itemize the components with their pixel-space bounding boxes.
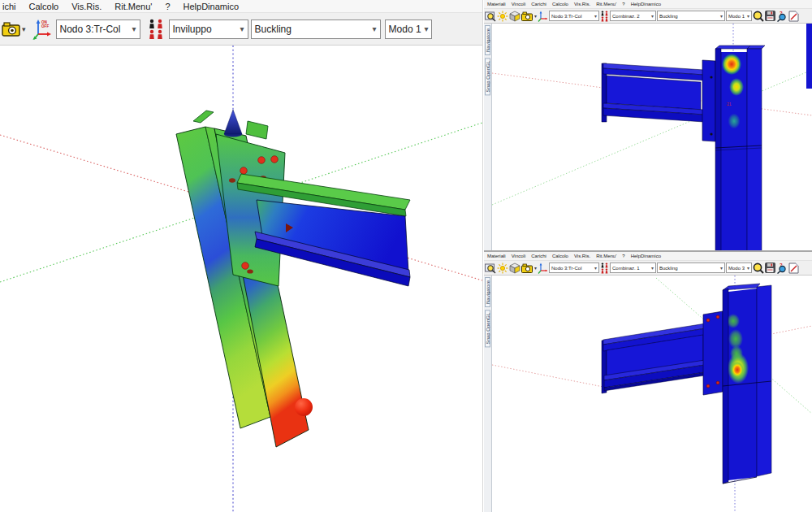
bottom-view-body: Navigatore Snap OpenGL — [484, 276, 812, 512]
mode-select[interactable]: Modo 1 ▾ — [726, 11, 752, 21]
menu-item-carichi[interactable]: Carichi — [531, 254, 546, 258]
chevron-down-icon[interactable]: ▾ — [534, 265, 537, 271]
render-cube-icon[interactable] — [509, 263, 520, 274]
menu-item-help[interactable]: ? — [622, 254, 624, 258]
load-persons-icon[interactable] — [600, 263, 609, 274]
menu-item-vincoli[interactable]: Vincoli — [512, 2, 526, 7]
chevron-down-icon: ▾ — [747, 265, 749, 271]
menu-item-visris[interactable]: Vis.Ris. — [71, 2, 102, 11]
chevron-down-icon: ▾ — [132, 24, 136, 33]
tab-snap-opengl[interactable]: Snap OpenGL — [485, 310, 490, 347]
report-icon[interactable] — [788, 263, 799, 274]
result-select[interactable]: Buckling ▾ — [657, 263, 725, 273]
bottom-view-window: Materiali Vincoli Carichi Calcolo Vis.Ri… — [484, 252, 812, 512]
chevron-down-icon: ▾ — [425, 24, 429, 33]
main-3d-viewport[interactable] — [0, 46, 482, 512]
chevron-down-icon[interactable]: ▾ — [22, 25, 26, 33]
node-select[interactable]: Nodo 3:Tr-Col ▾ — [549, 263, 599, 273]
svg-text:OFF: OFF — [41, 24, 49, 28]
menu-item-calcolo[interactable]: Calcolo — [552, 2, 568, 7]
node-sphere — [295, 398, 313, 416]
light-icon[interactable] — [497, 263, 508, 274]
end-plate — [702, 60, 715, 141]
menu-item-materiali[interactable]: Materiali — [487, 254, 506, 258]
combination-select[interactable]: Combinaz. 1 ▾ — [610, 263, 656, 273]
chevron-down-icon: ▾ — [240, 24, 244, 33]
top-view-body: Navigatore Snap OpenGL — [484, 24, 812, 250]
bottom-side-tabstrip: Navigatore Snap OpenGL — [484, 276, 492, 512]
menu-item-help[interactable]: ? — [165, 2, 170, 11]
column-mesh — [715, 46, 765, 250]
axes-toggle-icon[interactable]: ON OFF — [32, 19, 52, 40]
load-cone — [224, 110, 242, 137]
main-toolbar: ▾ ON OFF Nodo 3:Tr-Col ▾ — [0, 13, 482, 46]
menu-item-visris[interactable]: Vis.Ris. — [574, 2, 590, 7]
zoom-extents-icon[interactable] — [753, 263, 764, 274]
tab-snap-opengl[interactable]: Snap OpenGL — [485, 58, 490, 95]
chevron-down-icon: ▾ — [720, 13, 723, 19]
axes-toggle-icon[interactable] — [538, 263, 548, 274]
snapshot-camera-icon[interactable] — [521, 263, 533, 273]
combination-select[interactable]: Combinaz. 2 ▾ — [610, 11, 656, 21]
top-3d-viewport[interactable]: 21 — [492, 24, 812, 250]
column-mesh — [723, 284, 771, 484]
chevron-down-icon[interactable]: ▾ — [534, 13, 537, 19]
zoom-extents-icon[interactable] — [753, 11, 764, 22]
fem-connection-app: ichi Calcolo Vis.Ris. Rit.Menu' ? HelpDi… — [0, 0, 812, 512]
zoom-query-icon[interactable]: ? — [776, 11, 788, 22]
bottom-3d-viewport[interactable] — [492, 276, 812, 512]
side-member — [806, 24, 812, 89]
render-cube-icon[interactable] — [509, 11, 520, 22]
menu-item-calcolo[interactable]: Calcolo — [29, 2, 59, 11]
mode-select[interactable]: Modo 3 ▾ — [726, 263, 752, 273]
menu-item-materiali[interactable]: Materiali — [487, 2, 506, 7]
world-axes — [492, 24, 812, 250]
tab-navigatore[interactable]: Navigatore — [485, 277, 490, 307]
snapshot-camera-icon[interactable] — [2, 21, 21, 37]
snapshot-camera-icon[interactable] — [521, 11, 533, 21]
menu-item-ritmenu[interactable]: Rit.Menu' — [596, 254, 616, 258]
chevron-down-icon: ▾ — [747, 13, 749, 19]
menu-item-carichi[interactable]: ichi — [2, 2, 16, 11]
mode-select[interactable]: Modo 1 ▾ — [385, 20, 432, 39]
end-plate — [703, 311, 723, 395]
result-select[interactable]: Buckling ▾ — [251, 20, 381, 39]
zoom-window-icon[interactable] — [485, 11, 496, 22]
save-icon[interactable] — [765, 11, 775, 21]
top-menubar: Materiali Vincoli Carichi Calcolo Vis.Ri… — [484, 0, 812, 9]
report-icon[interactable] — [788, 11, 799, 22]
menu-item-helpdinamico[interactable]: HelpDinamico — [631, 2, 661, 7]
top-toolbar: ▾ Nodo 3:Tr-Col ▾ Combinaz. 2 ▾ Buckling… — [484, 9, 812, 24]
menu-item-ritmenu[interactable]: Rit.Menu' — [114, 2, 152, 11]
menu-item-helpdinamico[interactable]: HelpDinamico — [184, 2, 239, 11]
top-side-tabstrip: Navigatore Snap OpenGL — [484, 24, 492, 250]
menu-item-visris[interactable]: Vis.Ris. — [574, 254, 590, 258]
main-window: ichi Calcolo Vis.Ris. Rit.Menu' ? HelpDi… — [0, 0, 483, 512]
menu-item-helpdinamico[interactable]: HelpDinamico — [631, 254, 661, 258]
zoom-query-icon[interactable]: ? — [776, 263, 788, 274]
case-select[interactable]: Inviluppo ▾ — [169, 20, 248, 39]
tab-navigatore[interactable]: Navigatore — [485, 25, 490, 55]
save-icon[interactable] — [765, 263, 775, 273]
main-menubar: ichi Calcolo Vis.Ris. Rit.Menu' ? HelpDi… — [0, 0, 482, 13]
node-select[interactable]: Nodo 3:Tr-Col ▾ — [56, 20, 140, 39]
menu-item-vincoli[interactable]: Vincoli — [512, 254, 526, 258]
load-persons-icon[interactable] — [148, 19, 164, 40]
light-icon[interactable] — [497, 11, 508, 22]
chevron-down-icon: ▾ — [651, 13, 654, 19]
menu-item-help[interactable]: ? — [622, 2, 624, 7]
beam-mesh — [602, 63, 704, 122]
bottom-toolbar: ▾ Nodo 3:Tr-Col ▾ Combinaz. 1 ▾ Buckling… — [484, 261, 812, 276]
zoom-window-icon[interactable] — [485, 263, 496, 274]
menu-item-calcolo[interactable]: Calcolo — [552, 254, 568, 258]
chevron-down-icon: ▾ — [594, 265, 597, 271]
load-persons-icon[interactable] — [600, 11, 609, 22]
bottom-menubar: Materiali Vincoli Carichi Calcolo Vis.Ri… — [484, 252, 812, 261]
menu-item-carichi[interactable]: Carichi — [531, 2, 546, 7]
menu-item-ritmenu[interactable]: Rit.Menu' — [596, 2, 616, 7]
result-select[interactable]: Buckling ▾ — [657, 11, 725, 21]
secondary-views: Materiali Vincoli Carichi Calcolo Vis.Ri… — [484, 0, 812, 512]
axes-toggle-icon[interactable] — [538, 11, 548, 22]
chevron-down-icon: ▾ — [373, 24, 377, 33]
node-select[interactable]: Nodo 3:Tr-Col ▾ — [549, 11, 599, 21]
